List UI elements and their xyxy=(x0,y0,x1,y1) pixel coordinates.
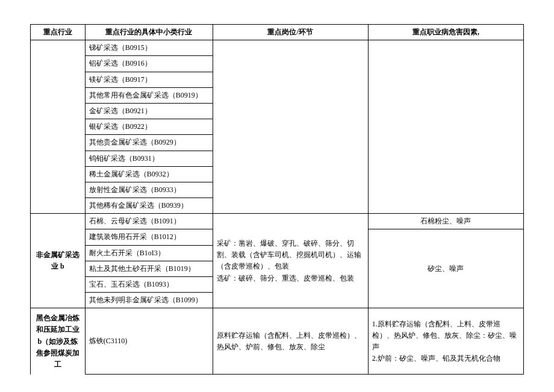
hazard-cell-silica: 矽尘、噪声 xyxy=(368,229,523,308)
subindustry-cell: 金矿采选（B0921） xyxy=(85,103,213,119)
subindustry-cell: 钨钼矿采选（B0931） xyxy=(85,151,213,166)
table-row: 黑色金属冶炼和压延加工业 b（如涉及炼焦参照煤炭加工 炼铁(C3110) 原料贮… xyxy=(31,308,524,375)
subindustry-cell: 铝矿采选（B0916） xyxy=(85,56,213,72)
subindustry-cell: 其他贵金属矿采选（B0929） xyxy=(85,135,213,151)
subindustry-cell: 石棉、云母矿采选（B1091） xyxy=(85,214,213,229)
industry-cell-ferrous: 黑色金属冶炼和压延加工业 b（如涉及炼焦参照煤炭加工 xyxy=(31,308,86,375)
table-row: 锑矿采选（B0915） xyxy=(31,40,524,56)
hazard-cell-empty xyxy=(368,40,523,214)
table-row: 非金属矿采选业 b 石棉、云母矿采选（B1091） 采矿：凿岩、爆破、穿孔、破碎… xyxy=(31,214,524,229)
subindustry-cell: 锑矿采选（B0915） xyxy=(85,40,213,56)
subindustry-cell: 耐火土石开采（B1oI3） xyxy=(85,245,213,261)
header-row: 重点行业 重点行业的具体中小类行业 重点岗位/环节 重点职业病危害因素, xyxy=(31,25,524,40)
posts-cell-ferrous: 原料贮存运输（含配料、上料、皮带巡检）、热风炉、炉前、修包、放灰、除尘 xyxy=(213,308,368,375)
subindustry-cell: 放射性金属矿采选（B0933） xyxy=(85,182,213,198)
col-header-subindustry: 重点行业的具体中小类行业 xyxy=(85,25,213,40)
subindustry-cell: 炼铁(C3110) xyxy=(85,308,213,375)
subindustry-cell: 建筑装饰用石开采（B1012） xyxy=(85,229,213,245)
industry-cell-nonmetal: 非金属矿采选业 b xyxy=(31,214,86,308)
posts-cell-nonmetal: 采矿：凿岩、爆破、穿孔、破碎、筛分、切割、装载（含铲车司机、挖掘机司机）、运输（… xyxy=(213,214,368,308)
hazard-cell-asbestos: 石棉粉尘、噪声 xyxy=(368,214,523,229)
col-header-hazard: 重点职业病危害因素, xyxy=(368,25,523,40)
col-header-posts: 重点岗位/环节 xyxy=(213,25,368,40)
hazard-cell-ferrous: 1.原料贮存运输（含配料、上料、皮带巡检）、热风炉、修包、放灰、除尘：矽尘、噪声… xyxy=(368,308,523,375)
subindustry-cell: 宝石、玉石采选（B1093） xyxy=(85,277,213,293)
subindustry-cell: 稀土金属矿采选（B0932） xyxy=(85,166,213,182)
subindustry-cell: 其他未列明非金属矿采选（B1099） xyxy=(85,293,213,308)
hazard-table: 重点行业 重点行业的具体中小类行业 重点岗位/环节 重点职业病危害因素, 锑矿采… xyxy=(30,24,524,375)
subindustry-cell: 其他稀有金属矿采选（B0939） xyxy=(85,198,213,214)
posts-cell-empty xyxy=(213,40,368,214)
subindustry-cell: 银矿采选（B0922） xyxy=(85,119,213,135)
industry-cell-empty xyxy=(31,40,86,214)
subindustry-cell: 其他常用有色金属矿采选（B0919） xyxy=(85,87,213,103)
subindustry-cell: 镁矿采选（B0917） xyxy=(85,72,213,87)
subindustry-cell: 粘土及其他土砂石开采（B1019） xyxy=(85,261,213,276)
col-header-industry: 重点行业 xyxy=(31,25,86,40)
